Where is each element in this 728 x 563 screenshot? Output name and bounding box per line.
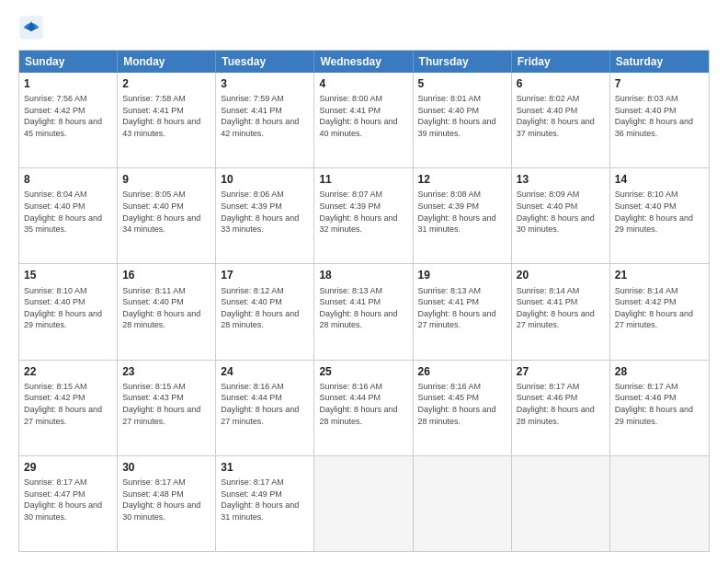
cal-cell: 31Sunrise: 8:17 AMSunset: 4:49 PMDayligh… xyxy=(216,456,314,551)
cal-cell: 29Sunrise: 8:17 AMSunset: 4:47 PMDayligh… xyxy=(19,456,118,551)
day-number: 24 xyxy=(221,364,309,379)
cal-cell: 16Sunrise: 8:11 AMSunset: 4:40 PMDayligh… xyxy=(118,264,216,359)
day-number: 19 xyxy=(418,268,506,282)
day-number: 12 xyxy=(418,172,506,187)
cal-header-day: Tuesday xyxy=(216,51,314,73)
cal-cell: 28Sunrise: 8:17 AMSunset: 4:46 PMDayligh… xyxy=(610,361,709,455)
cell-info: Sunrise: 8:17 AMSunset: 4:47 PMDaylight:… xyxy=(24,477,112,523)
day-number: 23 xyxy=(122,364,210,379)
cell-info: Sunrise: 8:01 AMSunset: 4:40 PMDaylight:… xyxy=(418,93,506,139)
page: SundayMondayTuesdayWednesdayThursdayFrid… xyxy=(0,0,728,563)
day-number: 6 xyxy=(517,76,605,91)
cal-cell: 23Sunrise: 8:15 AMSunset: 4:43 PMDayligh… xyxy=(118,361,216,455)
cal-cell: 25Sunrise: 8:16 AMSunset: 4:44 PMDayligh… xyxy=(314,361,413,455)
logo xyxy=(18,15,48,40)
cell-info: Sunrise: 8:09 AMSunset: 4:40 PMDaylight:… xyxy=(517,189,605,235)
calendar-row: 15Sunrise: 8:10 AMSunset: 4:40 PMDayligh… xyxy=(19,263,709,359)
cal-cell: 20Sunrise: 8:14 AMSunset: 4:41 PMDayligh… xyxy=(512,264,610,359)
cell-info: Sunrise: 8:07 AMSunset: 4:39 PMDaylight:… xyxy=(319,189,407,235)
day-number: 10 xyxy=(221,172,309,187)
calendar-body: 1Sunrise: 7:56 AMSunset: 4:42 PMDaylight… xyxy=(19,73,709,551)
cal-cell: 12Sunrise: 8:08 AMSunset: 4:39 PMDayligh… xyxy=(414,168,512,263)
cal-header-day: Saturday xyxy=(610,51,709,73)
cal-header-day: Wednesday xyxy=(314,51,413,73)
day-number: 3 xyxy=(221,76,309,91)
cell-info: Sunrise: 8:17 AMSunset: 4:46 PMDaylight:… xyxy=(615,381,704,427)
cal-cell: 7Sunrise: 8:03 AMSunset: 4:40 PMDaylight… xyxy=(610,73,709,167)
cal-cell: 2Sunrise: 7:58 AMSunset: 4:41 PMDaylight… xyxy=(118,73,216,167)
cal-cell: 5Sunrise: 8:01 AMSunset: 4:40 PMDaylight… xyxy=(414,73,512,167)
day-number: 9 xyxy=(122,172,210,187)
day-number: 14 xyxy=(615,172,704,187)
cal-cell: 3Sunrise: 7:59 AMSunset: 4:41 PMDaylight… xyxy=(216,73,314,167)
calendar-row: 1Sunrise: 7:56 AMSunset: 4:42 PMDaylight… xyxy=(19,73,709,167)
logo-icon xyxy=(18,15,44,40)
cell-info: Sunrise: 8:11 AMSunset: 4:40 PMDaylight:… xyxy=(122,285,210,331)
cell-info: Sunrise: 8:16 AMSunset: 4:45 PMDaylight:… xyxy=(418,381,506,427)
day-number: 26 xyxy=(418,364,506,379)
cal-cell: 24Sunrise: 8:16 AMSunset: 4:44 PMDayligh… xyxy=(216,361,314,455)
cal-header-day: Sunday xyxy=(19,51,118,73)
cell-info: Sunrise: 8:10 AMSunset: 4:40 PMDaylight:… xyxy=(24,285,112,331)
cell-info: Sunrise: 8:14 AMSunset: 4:41 PMDaylight:… xyxy=(517,285,605,331)
day-number: 21 xyxy=(615,268,704,282)
cal-cell: 6Sunrise: 8:02 AMSunset: 4:40 PMDaylight… xyxy=(512,73,610,167)
day-number: 27 xyxy=(517,364,605,379)
cal-cell: 18Sunrise: 8:13 AMSunset: 4:41 PMDayligh… xyxy=(314,264,413,359)
day-number: 20 xyxy=(517,268,605,282)
day-number: 15 xyxy=(24,268,112,282)
day-number: 11 xyxy=(319,172,407,187)
cell-info: Sunrise: 8:03 AMSunset: 4:40 PMDaylight:… xyxy=(615,93,704,139)
day-number: 7 xyxy=(615,76,704,91)
cell-info: Sunrise: 8:15 AMSunset: 4:43 PMDaylight:… xyxy=(122,381,210,427)
day-number: 16 xyxy=(122,268,210,282)
calendar-row: 29Sunrise: 8:17 AMSunset: 4:47 PMDayligh… xyxy=(19,455,709,551)
calendar-row: 8Sunrise: 8:04 AMSunset: 4:40 PMDaylight… xyxy=(19,167,709,263)
cell-info: Sunrise: 8:17 AMSunset: 4:49 PMDaylight:… xyxy=(221,477,309,523)
cal-cell: 21Sunrise: 8:14 AMSunset: 4:42 PMDayligh… xyxy=(610,264,709,359)
cell-info: Sunrise: 8:15 AMSunset: 4:42 PMDaylight:… xyxy=(24,381,112,427)
cell-info: Sunrise: 8:13 AMSunset: 4:41 PMDaylight:… xyxy=(319,285,407,331)
cell-info: Sunrise: 8:14 AMSunset: 4:42 PMDaylight:… xyxy=(615,285,704,331)
cal-cell xyxy=(610,456,709,551)
cal-cell: 15Sunrise: 8:10 AMSunset: 4:40 PMDayligh… xyxy=(19,264,118,359)
day-number: 1 xyxy=(24,76,112,91)
cal-cell: 26Sunrise: 8:16 AMSunset: 4:45 PMDayligh… xyxy=(414,361,512,455)
cal-cell: 17Sunrise: 8:12 AMSunset: 4:40 PMDayligh… xyxy=(216,264,314,359)
day-number: 25 xyxy=(319,364,407,379)
calendar-header: SundayMondayTuesdayWednesdayThursdayFrid… xyxy=(19,51,709,73)
cal-cell: 1Sunrise: 7:56 AMSunset: 4:42 PMDaylight… xyxy=(19,73,118,167)
day-number: 17 xyxy=(221,268,309,282)
day-number: 22 xyxy=(24,364,112,379)
calendar: SundayMondayTuesdayWednesdayThursdayFrid… xyxy=(18,50,710,552)
cal-cell: 9Sunrise: 8:05 AMSunset: 4:40 PMDaylight… xyxy=(118,168,216,263)
cell-info: Sunrise: 8:04 AMSunset: 4:40 PMDaylight:… xyxy=(24,189,112,235)
cell-info: Sunrise: 8:17 AMSunset: 4:46 PMDaylight:… xyxy=(517,381,605,427)
day-number: 5 xyxy=(418,76,506,91)
day-number: 31 xyxy=(221,460,309,475)
day-number: 18 xyxy=(319,268,407,282)
cell-info: Sunrise: 8:05 AMSunset: 4:40 PMDaylight:… xyxy=(122,189,210,235)
cell-info: Sunrise: 8:10 AMSunset: 4:40 PMDaylight:… xyxy=(615,189,704,235)
cal-cell xyxy=(314,456,413,551)
cal-cell: 8Sunrise: 8:04 AMSunset: 4:40 PMDaylight… xyxy=(19,168,118,263)
cell-info: Sunrise: 8:17 AMSunset: 4:48 PMDaylight:… xyxy=(122,477,210,523)
day-number: 13 xyxy=(517,172,605,187)
cal-header-day: Monday xyxy=(118,51,216,73)
header xyxy=(18,15,710,40)
cal-cell: 13Sunrise: 8:09 AMSunset: 4:40 PMDayligh… xyxy=(512,168,610,263)
day-number: 8 xyxy=(24,172,112,187)
day-number: 2 xyxy=(122,76,210,91)
cal-cell: 27Sunrise: 8:17 AMSunset: 4:46 PMDayligh… xyxy=(512,361,610,455)
cell-info: Sunrise: 7:59 AMSunset: 4:41 PMDaylight:… xyxy=(221,93,309,139)
cell-info: Sunrise: 8:08 AMSunset: 4:39 PMDaylight:… xyxy=(418,189,506,235)
cell-info: Sunrise: 8:16 AMSunset: 4:44 PMDaylight:… xyxy=(319,381,407,427)
cal-cell: 14Sunrise: 8:10 AMSunset: 4:40 PMDayligh… xyxy=(610,168,709,263)
cell-info: Sunrise: 8:12 AMSunset: 4:40 PMDaylight:… xyxy=(221,285,309,331)
day-number: 28 xyxy=(615,364,704,379)
calendar-row: 22Sunrise: 8:15 AMSunset: 4:42 PMDayligh… xyxy=(19,360,709,455)
day-number: 4 xyxy=(319,76,407,91)
cal-header-day: Friday xyxy=(512,51,610,73)
cell-info: Sunrise: 7:56 AMSunset: 4:42 PMDaylight:… xyxy=(24,93,112,139)
cell-info: Sunrise: 8:02 AMSunset: 4:40 PMDaylight:… xyxy=(517,93,605,139)
